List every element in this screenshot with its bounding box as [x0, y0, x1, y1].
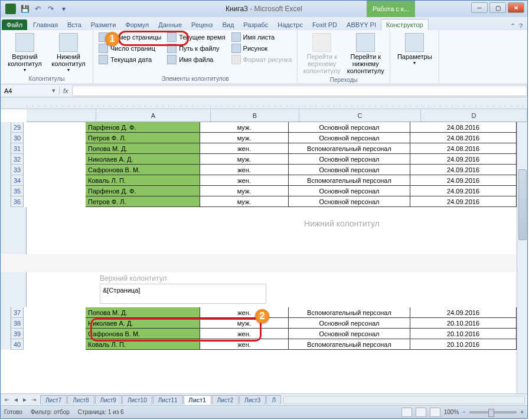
cell[interactable]: Парфенов Д. Ф. — [86, 122, 200, 132]
tab-file[interactable]: Файл — [2, 19, 27, 30]
save-icon[interactable]: 💾 — [19, 3, 31, 15]
cell[interactable]: муж. — [200, 154, 289, 164]
col-header-c[interactable]: C — [299, 109, 421, 122]
vertical-scrollbar[interactable] — [517, 122, 527, 393]
file-name-button[interactable]: Имя файла — [165, 54, 227, 65]
tab-developer[interactable]: Разрабс — [239, 19, 273, 30]
col-header-a[interactable]: A — [96, 109, 211, 122]
row-header[interactable]: 31 — [11, 143, 24, 154]
picture-format-button[interactable]: Формат рисунка — [230, 54, 294, 65]
redo-icon[interactable]: ↷ — [45, 3, 57, 15]
cell[interactable]: Вспомогательный персонал — [289, 175, 410, 185]
header-button[interactable]: Верхний колонтитул▾ — [4, 32, 45, 74]
tab-nav-last-icon[interactable]: ⇥ — [30, 396, 38, 403]
footer-placeholder[interactable]: Нижний колонтитул — [96, 207, 517, 254]
cell[interactable]: Попова М. Д. — [86, 143, 200, 153]
cell[interactable]: Вспомогательный персонал — [289, 143, 410, 153]
tab-insert[interactable]: Вста — [63, 19, 86, 30]
cell[interactable]: Николаев А. Д. — [86, 154, 200, 164]
current-date-button[interactable]: Текущая дата — [97, 54, 163, 65]
minimize-button[interactable]: ─ — [471, 2, 488, 13]
cell[interactable]: Основной персонал — [289, 165, 410, 175]
cell[interactable]: Сафронова В. М. — [86, 165, 200, 175]
close-button[interactable]: ✕ — [508, 2, 524, 13]
col-header-d[interactable]: D — [421, 109, 527, 122]
tab-constructor[interactable]: Конструктор — [381, 19, 429, 30]
sheet-tab[interactable]: Лист10 — [122, 395, 152, 405]
cell[interactable]: Основной персонал — [289, 196, 410, 206]
cell[interactable]: 24.08.2016 — [410, 133, 517, 143]
picture-button[interactable]: Рисунок — [230, 43, 294, 54]
horizontal-scrollbar[interactable] — [283, 396, 525, 404]
tab-layout[interactable]: Размети — [86, 19, 121, 30]
formula-input[interactable] — [72, 86, 527, 96]
cell[interactable]: жен. — [200, 165, 289, 175]
row-header[interactable]: 39 — [11, 329, 24, 339]
zoom-level[interactable]: 100% — [444, 409, 459, 415]
view-layout-button[interactable] — [416, 408, 426, 417]
cell[interactable]: Вспомогательный персонал — [289, 339, 410, 349]
cell[interactable]: 20.10.2016 — [410, 318, 517, 328]
sheet-tab[interactable]: Лист3 — [239, 395, 266, 405]
cell[interactable]: муж. — [200, 196, 289, 206]
cell[interactable]: Основной персонал — [289, 186, 410, 196]
cell[interactable]: 24.09.2016 — [410, 154, 517, 164]
tab-data[interactable]: Данные — [154, 19, 187, 30]
cell[interactable]: Основной персонал — [289, 318, 410, 328]
cell[interactable]: Петров Ф. Л. — [86, 196, 200, 206]
sheet-name-button[interactable]: Имя листа — [230, 32, 294, 42]
cell[interactable]: 24.09.2016 — [410, 175, 517, 185]
view-break-button[interactable] — [430, 408, 440, 417]
row-header[interactable]: 32 — [11, 154, 24, 165]
tab-review[interactable]: Реценз — [187, 19, 217, 30]
view-normal-button[interactable] — [401, 408, 412, 417]
row-header[interactable]: 38 — [11, 318, 24, 329]
fx-icon[interactable]: fx — [63, 87, 68, 94]
tab-home[interactable]: Главная — [28, 19, 63, 30]
goto-header-button[interactable]: Перейти к верхнему колонтитулу — [301, 32, 342, 76]
cell[interactable]: 24.08.2016 — [410, 122, 517, 132]
cell[interactable]: Вспомогательный персонал — [289, 307, 410, 317]
cell[interactable]: 24.09.2016 — [410, 196, 517, 206]
cell[interactable]: Попова М. Д. — [86, 307, 200, 317]
cell[interactable]: 24.09.2016 — [410, 307, 517, 317]
row-header[interactable]: 33 — [11, 165, 24, 175]
sheet-tab[interactable]: Лист8 — [67, 395, 94, 405]
cell[interactable]: Основной персонал — [289, 122, 410, 132]
row-header[interactable]: 30 — [11, 133, 24, 143]
row-header[interactable]: 34 — [11, 175, 24, 186]
cell[interactable]: Парфенов Д. Ф. — [86, 186, 200, 196]
cell[interactable]: муж. — [200, 133, 289, 143]
tab-abbyy[interactable]: ABBYY PI — [342, 19, 381, 30]
tab-addins[interactable]: Надстрс — [273, 19, 308, 30]
goto-footer-button[interactable]: Перейти к нижнему колонтитулу — [345, 32, 386, 76]
row-header[interactable]: 37 — [11, 307, 24, 318]
cell[interactable]: 24.09.2016 — [410, 165, 517, 175]
sheet-tab[interactable]: Лист1 — [184, 395, 211, 405]
parameters-button[interactable]: Параметры▾ — [394, 32, 435, 81]
cell[interactable]: 24.09.2016 — [410, 186, 517, 196]
tab-nav-next-icon[interactable]: ► — [21, 396, 29, 403]
sheet-tab[interactable]: Лист2 — [212, 395, 239, 405]
undo-icon[interactable]: ↶ — [32, 3, 44, 15]
row-header[interactable]: 36 — [11, 196, 24, 207]
qat-dropdown-icon[interactable]: ▾ — [58, 3, 70, 15]
row-header[interactable]: 40 — [11, 339, 24, 350]
sheet-tab[interactable]: Лист11 — [153, 395, 183, 405]
row-header[interactable]: 29 — [11, 122, 24, 133]
cell[interactable]: жен. — [200, 175, 289, 185]
tab-foxit[interactable]: Foxit PD — [308, 19, 342, 30]
footer-button[interactable]: Нижний колонтитул▾ — [48, 32, 89, 74]
sheet-tab[interactable]: Л — [266, 395, 281, 405]
header-input[interactable]: &[Страница] — [100, 284, 266, 304]
sheet-tab[interactable]: Лист9 — [95, 395, 122, 405]
minimize-ribbon-icon[interactable]: ⌃ — [510, 22, 515, 30]
zoom-slider[interactable] — [469, 411, 517, 414]
tab-view[interactable]: Вид — [217, 19, 239, 30]
cell[interactable]: 20.10.2016 — [410, 339, 517, 349]
cell[interactable]: 20.10.2016 — [410, 329, 517, 339]
help-icon[interactable]: ? — [519, 22, 523, 30]
cell[interactable]: жен. — [200, 307, 289, 317]
cell[interactable]: Петров Ф. Л. — [86, 133, 200, 143]
tab-formulas[interactable]: Формул — [120, 19, 154, 30]
